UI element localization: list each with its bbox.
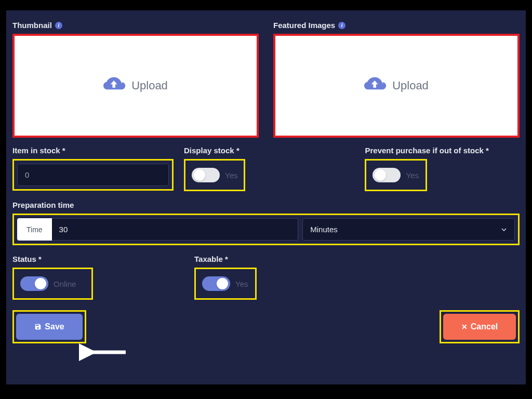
prep-time-unit-select[interactable]: Minutes xyxy=(302,218,515,241)
toggle-knob xyxy=(194,169,205,181)
toggle-knob xyxy=(217,278,228,289)
thumbnail-label: Thumbnail i xyxy=(12,21,259,30)
save-button[interactable]: Save xyxy=(16,314,83,340)
upload-row: Thumbnail i Upload Featured Images i xyxy=(12,21,520,138)
prevent-purchase-field: Prevent purchase if out of stock * Yes xyxy=(365,146,488,191)
status-toggle[interactable] xyxy=(20,276,48,291)
stock-field: Item in stock * xyxy=(12,146,174,191)
cancel-button[interactable]: ✕ Cancel xyxy=(443,314,516,340)
featured-label: Featured Images i xyxy=(273,21,520,30)
featured-section: Featured Images i Upload xyxy=(273,21,520,138)
taxable-toggle[interactable] xyxy=(202,276,230,291)
form-container: Thumbnail i Upload Featured Images i xyxy=(6,10,526,384)
toggle-knob xyxy=(375,169,386,181)
cancel-button-highlight: ✕ Cancel xyxy=(440,310,520,343)
status-label: Status * xyxy=(12,255,184,263)
stock-input-highlight xyxy=(12,159,174,191)
featured-upload-zone[interactable]: Upload xyxy=(273,34,520,138)
prevent-purchase-highlight: Yes xyxy=(365,159,427,191)
display-stock-field: Display stock * Yes xyxy=(184,146,245,191)
featured-label-text: Featured Images xyxy=(273,21,335,30)
prep-time-label: Preparation time xyxy=(12,201,520,209)
featured-upload-text: Upload xyxy=(392,79,429,92)
taxable-field: Taxable * Yes xyxy=(194,255,257,300)
save-icon xyxy=(34,323,42,330)
stock-row: Item in stock * Display stock * Yes Prev… xyxy=(12,146,520,191)
display-stock-toggle-wrap: Yes xyxy=(189,164,241,187)
save-button-highlight: Save xyxy=(12,310,86,343)
toggle-knob xyxy=(35,278,46,289)
status-toggle-label: Online xyxy=(54,280,76,288)
display-stock-label: Display stock * xyxy=(184,146,245,155)
thumbnail-label-text: Thumbnail xyxy=(12,21,52,30)
display-stock-highlight: Yes xyxy=(184,159,245,191)
prep-time-input[interactable] xyxy=(52,218,299,241)
save-button-label: Save xyxy=(45,322,64,331)
info-icon[interactable]: i xyxy=(338,22,345,29)
cloud-upload-icon xyxy=(364,77,387,95)
display-stock-toggle-label: Yes xyxy=(225,171,237,180)
button-row: Save ✕ Cancel xyxy=(12,310,520,343)
prevent-purchase-toggle[interactable] xyxy=(373,168,401,182)
display-stock-toggle[interactable] xyxy=(192,168,220,182)
prep-time-highlight: Time Minutes xyxy=(12,214,520,245)
thumbnail-upload-text: Upload xyxy=(131,79,168,92)
taxable-toggle-wrap: Yes xyxy=(199,272,252,295)
prevent-purchase-toggle-wrap: Yes xyxy=(369,164,422,187)
stock-input[interactable] xyxy=(17,164,169,186)
thumbnail-section: Thumbnail i Upload xyxy=(12,21,259,138)
cancel-button-label: Cancel xyxy=(471,322,498,331)
taxable-label: Taxable * xyxy=(194,255,257,263)
status-row: Status * Online Taxable * Yes xyxy=(12,255,520,300)
status-toggle-wrap: Online xyxy=(17,272,88,295)
status-highlight: Online xyxy=(12,268,93,300)
info-icon[interactable]: i xyxy=(55,22,62,29)
prep-time-prefix: Time xyxy=(17,218,52,241)
close-icon: ✕ xyxy=(461,323,468,331)
prevent-purchase-label: Prevent purchase if out of stock * xyxy=(365,146,488,155)
thumbnail-upload-zone[interactable]: Upload xyxy=(12,34,259,138)
taxable-toggle-label: Yes xyxy=(235,280,248,288)
status-field: Status * Online xyxy=(12,255,184,300)
taxable-highlight: Yes xyxy=(194,268,257,300)
stock-label: Item in stock * xyxy=(12,146,174,155)
prevent-purchase-toggle-label: Yes xyxy=(406,171,418,180)
prep-time-section: Preparation time Time Minutes xyxy=(12,201,520,245)
cloud-upload-icon xyxy=(103,77,126,95)
